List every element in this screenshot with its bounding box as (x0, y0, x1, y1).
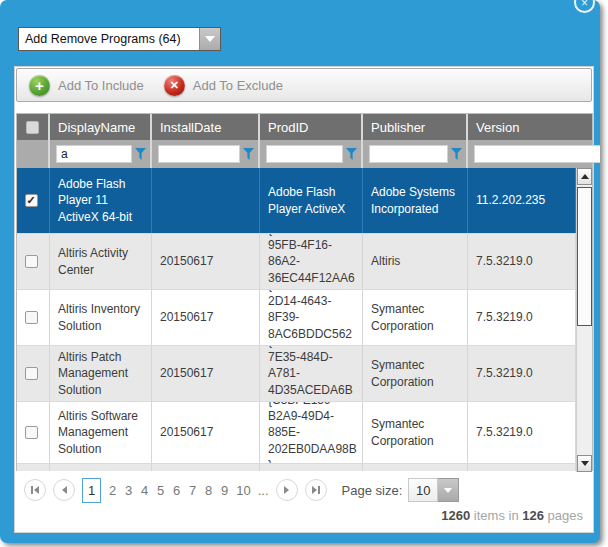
table-row[interactable]: Adobe Flash Player 11 ActiveX 64-bit Ado… (17, 168, 576, 234)
last-page-button[interactable] (305, 479, 327, 501)
table-row[interactable]: Altiris Inventory Solution 20150617 {4F6… (17, 290, 576, 346)
next-page-button[interactable] (276, 479, 298, 501)
table-row[interactable]: Altiris Activity Center 20150617 {9996C2… (17, 234, 576, 290)
cell-displayname: Altiris Activity Center (50, 234, 152, 289)
page-number-button[interactable]: 2 (108, 483, 117, 498)
report-type-dropdown[interactable]: Add Remove Programs (64) (18, 27, 221, 51)
filter-input-prodid[interactable] (266, 145, 343, 163)
filter-cell-prodid (260, 140, 363, 168)
close-button[interactable]: × (574, 0, 595, 13)
arrow-left-icon (62, 486, 67, 494)
grid-filter-row (17, 140, 592, 168)
toolbar: + Add To Include ✕ Add To Exclude (16, 68, 592, 102)
cell-prodid: {4F6DBDA4-2D14-4643-8F39-8AC6BDDC562E} (260, 290, 363, 345)
arrow-right-icon (284, 486, 289, 494)
report-type-value: Add Remove Programs (64) (19, 28, 199, 50)
cell-displayname: Adobe Flash Player 11 ActiveX 64-bit (50, 168, 152, 233)
filter-icon[interactable] (243, 148, 254, 160)
row-checkbox-cell[interactable] (17, 290, 50, 345)
cell-publisher: Symantec Corporation (363, 402, 468, 463)
filter-cell-installdate (152, 140, 260, 168)
filter-cell-publisher (363, 140, 468, 168)
cell-version: 7.5.3219.0 (468, 234, 576, 289)
select-all-checkbox[interactable] (26, 121, 39, 134)
dropdown-arrow-button[interactable] (199, 28, 220, 50)
column-header-publisher[interactable]: Publisher (363, 114, 468, 140)
page-number-button[interactable]: 8 (204, 483, 213, 498)
chevron-down-icon (444, 488, 452, 493)
add-to-include-button[interactable]: + Add To Include (27, 75, 156, 96)
page-number-button[interactable]: 10 (236, 483, 250, 498)
filter-input-publisher[interactable] (369, 145, 448, 163)
filter-input-displayname[interactable] (56, 145, 132, 163)
first-page-button[interactable] (24, 479, 46, 501)
scrollbar-track[interactable] (577, 185, 592, 455)
add-to-include-label: Add To Include (58, 78, 144, 93)
column-header-prodid[interactable]: ProdID (260, 114, 363, 140)
row-checkbox-cell[interactable] (17, 168, 50, 233)
filter-input-version[interactable] (474, 145, 600, 163)
first-page-icon (31, 486, 33, 494)
cell-installdate: 20150617 (152, 402, 260, 463)
chevron-down-icon (205, 36, 215, 42)
column-header-installdate[interactable]: InstallDate (152, 114, 260, 140)
checkbox-icon[interactable] (25, 426, 38, 439)
row-checkbox-cell[interactable] (17, 402, 50, 463)
scroll-up-button[interactable] (577, 168, 592, 185)
prev-page-button[interactable] (53, 479, 75, 501)
checkbox-icon[interactable] (25, 367, 38, 380)
programs-grid: DisplayName InstallDate ProdID Publisher… (16, 113, 593, 471)
page-number-button[interactable]: 3 (124, 483, 133, 498)
scroll-down-button[interactable] (577, 455, 592, 472)
column-header-displayname[interactable]: DisplayName (50, 114, 152, 140)
page-number-button[interactable]: 9 (220, 483, 229, 498)
vertical-scrollbar[interactable] (576, 168, 592, 472)
page-ellipsis-button[interactable]: ... (258, 483, 269, 498)
last-page-icon (318, 486, 320, 494)
page-number-button[interactable]: 5 (156, 483, 165, 498)
page-size-dropdown-button[interactable] (438, 478, 459, 502)
filter-icon[interactable] (135, 148, 146, 160)
filter-cell-empty (17, 140, 50, 168)
scrollbar-thumb[interactable] (577, 187, 592, 326)
page-size-label: Page size: (342, 483, 403, 498)
item-count: 1260 (441, 508, 470, 523)
grid-header-row: DisplayName InstallDate ProdID Publisher… (17, 114, 592, 140)
page-number-button[interactable]: 7 (188, 483, 197, 498)
arrow-right-icon (312, 486, 317, 494)
arrow-left-icon (34, 486, 39, 494)
filter-input-installdate[interactable] (158, 145, 240, 163)
page-number-button[interactable]: 4 (140, 483, 149, 498)
checkbox-icon[interactable] (25, 255, 38, 268)
cell-publisher: Adobe Systems Incorporated (363, 168, 468, 233)
grid-rows: Adobe Flash Player 11 ActiveX 64-bit Ado… (17, 168, 576, 472)
column-header-version[interactable]: Version (468, 114, 592, 140)
plus-circle-icon: + (29, 75, 50, 96)
checkbox-icon[interactable] (25, 194, 38, 207)
checkbox-icon[interactable] (25, 311, 38, 324)
cell-version: 7.5.3219.0 (468, 290, 576, 345)
cell-prodid: {C3BFE159-B2A9-49D4-885E-202EB0DAA98B} (260, 402, 363, 463)
table-row[interactable]: Altiris Patch Management Solution 201506… (17, 346, 576, 402)
cell-installdate: 20150617 (152, 234, 260, 289)
arrow-down-icon (581, 461, 589, 466)
page-number-current[interactable]: 1 (82, 478, 101, 503)
content-panel: + Add To Include ✕ Add To Exclude Displa… (14, 66, 594, 533)
add-to-exclude-label: Add To Exclude (193, 78, 283, 93)
row-checkbox-cell[interactable] (17, 346, 50, 401)
filter-icon[interactable] (346, 148, 357, 160)
items-text: items in (474, 508, 519, 523)
cell-publisher: Symantec Corporation (363, 290, 468, 345)
cell-version: 7.5.3219.0 (468, 346, 576, 401)
page-size-control: Page size: 10 (342, 478, 460, 502)
filter-icon[interactable] (451, 148, 462, 160)
row-checkbox-cell[interactable] (17, 234, 50, 289)
page-size-value[interactable]: 10 (408, 478, 438, 502)
page-number-button[interactable]: 6 (172, 483, 181, 498)
pagination-bar: 1 2 3 4 5 6 7 8 9 10 ... Page size: 10 (24, 476, 459, 504)
cell-installdate: 20150617 (152, 290, 260, 345)
select-all-cell[interactable] (17, 114, 50, 140)
table-row[interactable]: Altiris Software Management Solution 201… (17, 402, 576, 464)
x-circle-icon: ✕ (164, 75, 185, 96)
add-to-exclude-button[interactable]: ✕ Add To Exclude (162, 75, 295, 96)
